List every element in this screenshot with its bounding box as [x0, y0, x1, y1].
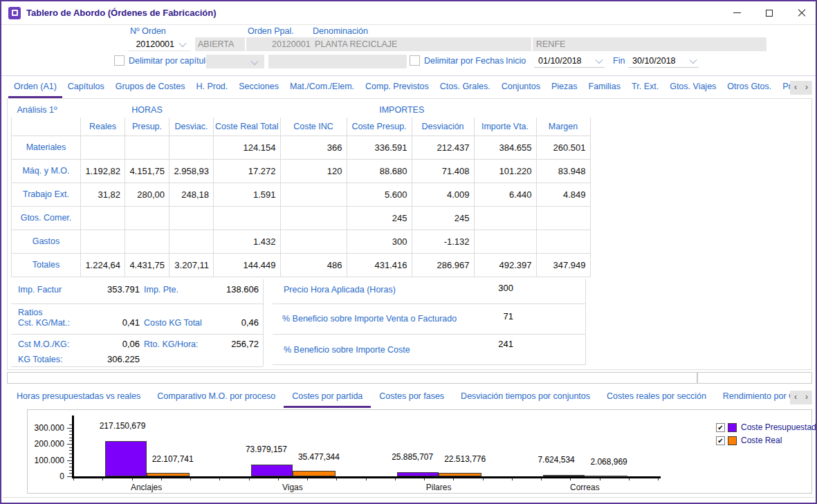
cell: 88.680 — [347, 159, 412, 183]
legend-swatch-presupuestado — [728, 423, 737, 432]
cell: 4.849 — [536, 183, 590, 206]
scroll-right-icon[interactable]: › — [801, 81, 812, 95]
chevron-down-icon — [250, 57, 258, 65]
primary-tabstrip: Orden (A1) Capítulos Grupos de Costes H.… — [8, 77, 791, 98]
tab-costes-por-fases[interactable]: Costes por fases — [371, 387, 452, 408]
y-tick — [67, 444, 72, 445]
divider — [11, 334, 263, 335]
cell: 245 — [347, 206, 412, 230]
cell — [280, 206, 347, 230]
x-tick — [600, 478, 600, 480]
cell: 124.154 — [214, 136, 281, 159]
cell: 120 — [280, 159, 347, 183]
tab-horas-presupuestadas-vs-reales[interactable]: Horas presupuestadas vs reales — [8, 387, 149, 408]
scroll-left-icon[interactable]: ‹ — [790, 391, 801, 404]
delimitar-fechas-checkbox[interactable] — [410, 55, 420, 66]
table-row: Materiales124.154366336.591212.437384.65… — [12, 136, 591, 159]
cst-mo-kg-value: 0,06 — [91, 339, 140, 349]
tab-familias[interactable]: Familias — [583, 77, 627, 98]
tab-gtos-viajes[interactable]: Gtos. Viajes — [664, 77, 722, 98]
fin-label: Fin — [613, 56, 625, 66]
cell: 3.207,11 — [169, 253, 214, 277]
cell: 71.408 — [412, 159, 474, 183]
chart-bar-presupuestado — [397, 472, 439, 476]
delimitar-fechas-label: Delimitar por Fechas — [424, 56, 504, 66]
y-tick — [67, 460, 72, 461]
minimize-icon — [733, 12, 741, 13]
cell — [214, 206, 281, 230]
minimize-button[interactable] — [722, 1, 752, 24]
y-tick-label: 200.000 — [28, 439, 64, 449]
tab-orden-a1[interactable]: Orden (A1) — [8, 77, 62, 98]
cell: 4.009 — [412, 183, 474, 206]
scroll-left-icon[interactable]: ‹ — [790, 81, 801, 95]
kpi-precio-hora-value: 300 — [430, 283, 513, 293]
tab-costes-por-partida[interactable]: Costes por partida — [284, 387, 371, 408]
y-tick — [69, 431, 72, 431]
tab-rendimiento-por-c[interactable]: Rendimiento por C — [715, 387, 791, 408]
delimitar-capitulo-checkbox[interactable] — [114, 55, 125, 66]
x-tick — [366, 478, 367, 480]
y-tick — [69, 440, 72, 441]
tab-otros-gtos[interactable]: Otros Gtos. — [722, 77, 777, 98]
estado-field: ABIERTA — [195, 37, 245, 51]
cell: 4.151,75 — [125, 159, 169, 183]
imp-factur-value: 353.791 — [84, 284, 140, 295]
x-tick — [658, 478, 659, 480]
category-label: Pilares — [366, 483, 511, 492]
divider — [11, 366, 263, 367]
y-tick — [69, 467, 72, 467]
bar-value-label: 217.150,679 — [100, 421, 146, 431]
maximize-button[interactable] — [754, 1, 784, 24]
cell: 17.272 — [214, 159, 281, 183]
n-orden-combobox[interactable]: 20120001 — [129, 37, 191, 51]
tab-desviacion-tiempos-por-conjuntos[interactable]: Desviación tiempos por conjuntos — [452, 387, 598, 408]
scroll-right-icon[interactable]: › — [801, 391, 812, 404]
n-orden-value: 20120001 — [129, 39, 174, 49]
denominacion-value: PLANTA RECICLAJE — [315, 39, 397, 49]
row-label: Gtos. Comer. — [12, 206, 81, 230]
y-tick — [69, 470, 72, 471]
cell: 336.591 — [347, 136, 412, 159]
column-header: Desviación — [412, 118, 474, 136]
fecha-fin-picker[interactable]: 30/10/2018 — [628, 54, 699, 68]
tab-primas[interactable]: Primas — [777, 77, 791, 98]
kpi-beneficio-coste-label: % Beneficio sobre Importe Coste — [284, 345, 410, 355]
tab-mat-com-elem[interactable]: Mat./Com./Elem. — [284, 77, 360, 98]
legend-label-real: Coste Real — [741, 436, 782, 445]
kg-totales-label: KG Totales: — [18, 355, 62, 364]
x-tick — [190, 478, 191, 480]
fecha-inicio-picker[interactable]: 01/10/2018 — [534, 54, 605, 68]
inicio-label: Inicio — [506, 56, 526, 66]
legend-checkbox-real[interactable]: ✔ — [716, 436, 725, 445]
tab-comparativo-mo-por-proceso[interactable]: Comparativo M.O. por proceso — [149, 387, 284, 408]
tab-h-prod[interactable]: H. Prod. — [190, 77, 233, 98]
kpi-precio-hora-label: Precio Hora Aplicada (Horas) — [284, 285, 396, 295]
tab-comp-previstos[interactable]: Comp. Previstos — [360, 77, 434, 98]
x-tick — [629, 478, 630, 480]
divider — [1, 75, 816, 76]
cell — [474, 230, 536, 253]
tab-piezas[interactable]: Piezas — [546, 77, 583, 98]
tab-tr-ext[interactable]: Tr. Ext. — [626, 77, 664, 98]
tab-conjuntos[interactable]: Conjuntos — [496, 77, 546, 98]
tab-secciones[interactable]: Secciones — [233, 77, 284, 98]
n-orden-label: Nº Orden — [130, 26, 166, 36]
chart-bar-real — [147, 473, 190, 476]
corner-cell — [12, 118, 81, 136]
tab-costes-reales-por-seccion[interactable]: Costes reales por sección — [598, 387, 715, 408]
tab-ctos-grales[interactable]: Ctos. Grales. — [434, 77, 496, 98]
tab-grupos-de-costes[interactable]: Grupos de Costes — [110, 77, 191, 98]
cell: 144.449 — [214, 253, 281, 277]
x-tick — [307, 478, 308, 480]
legend-checkbox-presupuestado[interactable]: ✔ — [716, 423, 725, 432]
kg-totales-value: 306.225 — [84, 354, 140, 364]
close-button[interactable] — [787, 1, 817, 24]
ratios-label: Ratios — [18, 308, 42, 317]
legend-item-coste-presupuestado: ✔ Coste Presupuestado — [716, 422, 817, 432]
tab-capitulos[interactable]: Capítulos — [62, 77, 110, 98]
x-tick — [102, 478, 103, 480]
y-tick — [69, 473, 72, 474]
cell: 212.437 — [412, 136, 474, 159]
divider — [585, 279, 586, 365]
